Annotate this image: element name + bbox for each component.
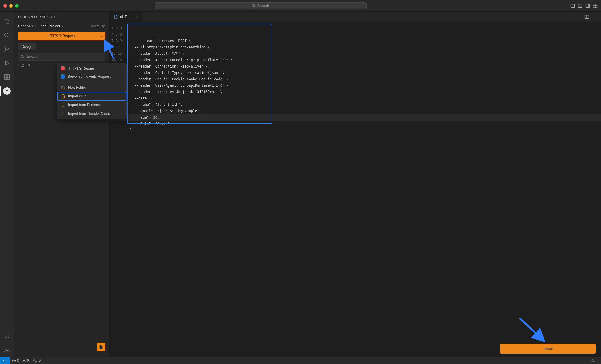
sidebar: ECHOAPI FOR VS CODE ⋯ EchoAPI / Local Pr… [14,12,110,357]
toggle-panel-icon[interactable] [578,3,582,8]
status-ports[interactable]: 0 [31,358,43,363]
split-editor-icon[interactable] [584,14,589,19]
editor-actions: ⋯ [584,14,601,19]
svg-point-27 [21,56,24,58]
svg-rect-11 [595,6,597,8]
sidebar-header: ECHOAPI FOR VS CODE ⋯ [14,12,109,22]
tab-design[interactable]: Design [18,43,36,50]
svg-point-25 [6,334,8,336]
echoapi-logo-icon [3,87,11,95]
nav-forward-icon[interactable]: → [146,3,151,8]
import-button[interactable]: Import [500,344,596,354]
statusbar: 0 0 0 [0,357,601,364]
dropdown-label: Import from Thunder Client [68,112,110,116]
svg-line-28 [23,57,24,58]
main-area: ECHOAPI FOR VS CODE ⋯ EchoAPI / Local Pr… [0,12,601,357]
titlebar: ← → Search [0,0,601,12]
svg-line-1 [255,6,255,7]
search-icon [252,4,255,8]
svg-point-14 [5,47,6,48]
nav-arrows: ← → [138,3,151,8]
status-problems[interactable]: 0 0 [10,358,31,363]
dropdown-label: New Folder [68,85,86,90]
extensions-icon[interactable] [0,70,14,84]
sidebar-tabs: Design [14,43,109,50]
explorer-icon[interactable] [0,14,14,28]
sse-icon [61,74,65,79]
new-request-label: HTTP1/2 Request [48,34,75,38]
svg-rect-4 [578,4,582,7]
dropdown-item-new-folder[interactable]: New Folder [57,83,126,92]
breadcrumb-project[interactable]: Local Project ⌄ [38,24,64,28]
svg-point-42 [35,360,36,361]
svg-point-0 [252,4,255,7]
port-count: 0 [39,358,41,363]
svg-rect-21 [7,75,9,77]
import-thunder-icon [61,111,65,116]
customize-layout-icon[interactable] [593,3,598,8]
teamup-link[interactable]: Team Up [90,24,105,28]
breadcrumb: EchoAPI / Local Project ⌄ Team Up [14,22,109,32]
dropdown-label: HTTP1/2 Request [68,66,95,70]
svg-marker-17 [5,61,9,65]
command-center-search[interactable]: Search [155,2,367,9]
editor-area: cURL × ⋯ 1 2 3 4 5 6 7 8 9 10 11 12 13 1… [110,12,601,357]
svg-rect-6 [586,4,590,7]
dropdown-label: Import cURL [68,94,88,98]
nav-back-icon[interactable]: ← [138,3,142,8]
new-request-button[interactable]: HTTP1/2 Request ⌄ [18,32,105,40]
http-icon [61,66,65,70]
minimize-window[interactable] [9,4,13,8]
new-request-dropdown-toggle[interactable]: ⌄ [98,32,105,40]
editor-tabs: cURL × ⋯ [110,12,601,22]
new-request-dropdown: HTTP1/2 Request Server sent events Reque… [57,63,127,119]
floating-file-icon[interactable] [97,343,105,351]
dropdown-label: Import from Postman [68,103,101,107]
svg-rect-9 [595,4,597,6]
dropdown-separator [57,82,126,82]
sidebar-search[interactable]: Keyword [18,53,105,61]
status-notifications[interactable] [589,358,598,363]
svg-point-22 [5,89,9,93]
activity-bar [0,12,14,357]
dropdown-item-import-thunder[interactable]: Import from Thunder Client [57,109,126,118]
sidebar-title: ECHOAPI FOR VS CODE [18,15,57,19]
chevron-down-icon: ⌄ [61,24,64,28]
svg-rect-2 [571,4,575,7]
code-editor[interactable]: 1 2 3 4 5 6 7 8 9 10 11 12 13 14 15 curl… [110,22,601,340]
remote-indicator[interactable] [0,357,10,364]
sidebar-search-placeholder: Keyword [26,55,39,59]
svg-point-26 [6,350,8,352]
close-tab-icon[interactable]: × [136,14,138,19]
search-placeholder: Search [257,3,269,8]
echoapi-activity-icon[interactable] [0,84,14,98]
run-debug-icon[interactable] [0,56,14,70]
close-window[interactable] [3,4,7,8]
editor-tab-label: cURL [120,14,130,19]
dropdown-item-import-postman[interactable]: Import from Postman [57,101,126,109]
import-curl-icon [61,94,65,99]
dropdown-item-sse[interactable]: Server sent events Request [57,72,126,81]
dropdown-item-import-curl[interactable]: Import cURL [57,92,126,101]
tree-item-label: Sa [26,63,31,67]
file-icon [114,15,118,19]
dropdown-label: Server sent events Request [68,74,111,79]
source-control-icon[interactable] [0,42,14,56]
code-content[interactable]: curl --request POST \ --url https://http… [127,22,601,340]
settings-gear-icon[interactable] [0,345,14,357]
svg-point-12 [4,33,8,37]
toggle-primary-sidebar-icon[interactable] [570,3,575,8]
error-count: 0 [17,358,19,363]
toggle-secondary-sidebar-icon[interactable] [585,3,590,8]
editor-more-icon[interactable]: ⋯ [593,14,597,19]
editor-tab-curl[interactable]: cURL × [110,12,142,22]
maximize-window[interactable] [15,4,19,8]
accounts-icon[interactable] [0,329,14,343]
sidebar-more-icon[interactable]: ⋯ [102,15,105,19]
breadcrumb-separator: / [35,24,36,28]
search-activity-icon[interactable] [0,28,14,42]
dropdown-item-http[interactable]: HTTP1/2 Request [57,64,126,72]
breadcrumb-project-label: Local Project [38,24,60,28]
svg-point-41 [24,361,24,361]
breadcrumb-root[interactable]: EchoAPI [18,24,33,28]
